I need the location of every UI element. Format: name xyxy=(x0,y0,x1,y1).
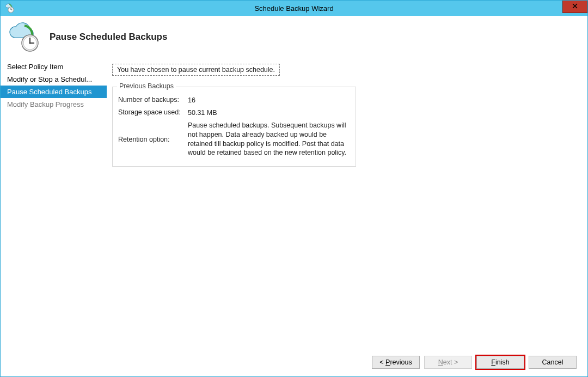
cancel-button[interactable]: Cancel xyxy=(529,356,577,369)
button-label: Cancel xyxy=(542,358,564,366)
finish-button[interactable]: Finish xyxy=(476,356,524,369)
button-label: < Previous xyxy=(379,358,412,366)
label-number-of-backups: Number of backups: xyxy=(118,96,188,105)
row-number-of-backups: Number of backups: 16 xyxy=(118,96,350,105)
step-modify-or-stop[interactable]: Modify or Stop a Schedul... xyxy=(1,73,107,86)
step-pause-scheduled-backups[interactable]: Pause Scheduled Backups xyxy=(1,86,107,98)
sidebar-item-label: Select Policy Item xyxy=(7,63,63,71)
wizard-main-panel: You have chosen to pause current backup … xyxy=(107,58,587,376)
step-modify-backup-progress: Modify Backup Progress xyxy=(1,98,107,111)
sidebar-item-label: Modify or Stop a Schedul... xyxy=(7,75,92,83)
close-button[interactable] xyxy=(562,1,587,13)
row-storage-space-used: Storage space used: 50.31 MB xyxy=(118,108,350,118)
wizard-window: Schedule Backup Wizard Pau xyxy=(0,0,588,377)
titlebar: Schedule Backup Wizard xyxy=(1,1,587,16)
window-title: Schedule Backup Wizard xyxy=(1,4,587,13)
button-label: Next > xyxy=(438,358,458,366)
previous-button[interactable]: < Previous xyxy=(372,356,420,369)
wizard-header-icon xyxy=(6,22,41,52)
next-button: Next > xyxy=(424,356,472,369)
value-number-of-backups: 16 xyxy=(188,96,350,105)
button-label: Finish xyxy=(491,358,509,366)
sidebar-item-label: Modify Backup Progress xyxy=(7,100,84,108)
page-title: Pause Scheduled Backups xyxy=(50,32,167,42)
label-storage-space-used: Storage space used: xyxy=(118,108,188,118)
value-retention-option: Pause scheduled backups. Subsequent back… xyxy=(188,121,350,158)
close-icon xyxy=(572,3,578,10)
wizard-header: Pause Scheduled Backups xyxy=(1,16,587,58)
step-select-policy-item[interactable]: Select Policy Item xyxy=(1,60,107,73)
row-retention-option: Retention option: Pause scheduled backup… xyxy=(118,121,350,158)
wizard-body: Select Policy Item Modify or Stop a Sche… xyxy=(1,58,587,376)
previous-backups-group: Previous Backups Number of backups: 16 S… xyxy=(112,87,356,167)
app-icon xyxy=(4,3,15,14)
sidebar-item-label: Pause Scheduled Backups xyxy=(7,88,91,96)
group-title: Previous Backups xyxy=(117,82,176,90)
label-retention-option: Retention option: xyxy=(118,136,188,143)
wizard-button-bar: < Previous Next > Finish Cancel xyxy=(372,356,577,369)
svg-point-12 xyxy=(29,42,31,44)
value-storage-space-used: 50.31 MB xyxy=(188,108,350,118)
wizard-steps-sidebar: Select Policy Item Modify or Stop a Sche… xyxy=(1,58,107,376)
confirmation-message: You have chosen to pause current backup … xyxy=(112,64,280,76)
